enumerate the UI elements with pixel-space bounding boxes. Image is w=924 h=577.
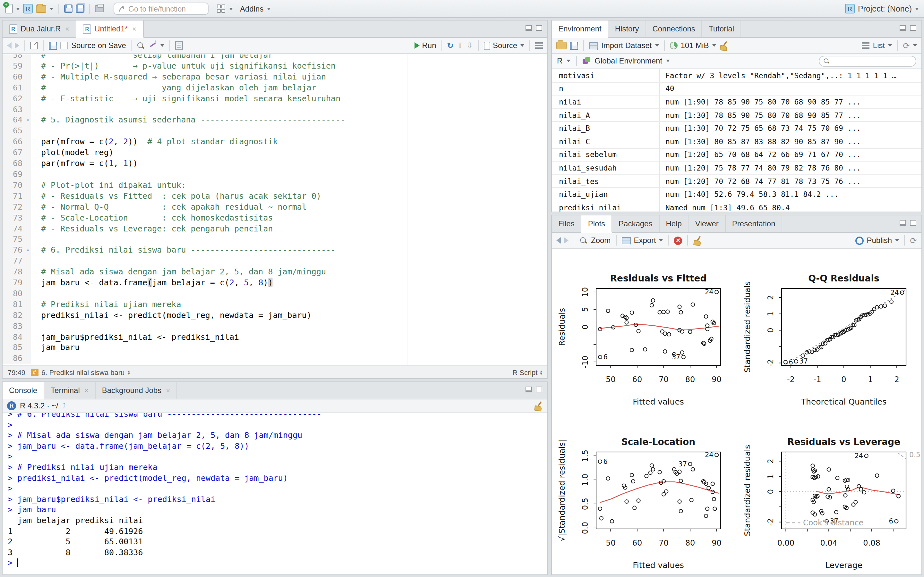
console-output[interactable]: > # 6. Prediksi nilai siswa baru -------… xyxy=(3,413,548,574)
panes-grid-icon[interactable] xyxy=(217,2,226,15)
find-replace-icon[interactable] xyxy=(137,41,145,50)
document-outline-icon[interactable] xyxy=(535,42,543,49)
tab-connections[interactable]: Connections xyxy=(646,21,702,37)
export-plot-icon[interactable] xyxy=(622,237,630,244)
minimize-pane-icon[interactable] xyxy=(525,387,532,392)
zoom-plot-icon[interactable] xyxy=(580,236,588,245)
source-button[interactable]: Source xyxy=(484,41,517,50)
tab-files[interactable]: Files xyxy=(552,215,582,232)
memory-usage-label[interactable]: 101 MiB xyxy=(680,41,709,50)
previous-plot-icon[interactable] xyxy=(556,237,561,243)
memory-caret-icon[interactable] xyxy=(712,44,716,47)
tab-tutorial[interactable]: Tutorial xyxy=(702,21,741,37)
compile-report-icon[interactable] xyxy=(176,41,183,50)
env-var-nilai[interactable]: nilainum [1:90] 78 85 90 75 80 70 68 90 … xyxy=(552,95,921,109)
fold-icon[interactable]: ▾ xyxy=(26,246,29,257)
addins-caret-icon[interactable] xyxy=(267,7,270,10)
language-selector[interactable]: R xyxy=(557,56,562,65)
close-tab-icon[interactable]: × xyxy=(65,25,69,33)
next-chunk-icon[interactable]: ⇩ xyxy=(467,41,473,50)
env-var-nilai_sebelum[interactable]: nilai_sebelumnum [1:20] 65 70 68 64 72 6… xyxy=(552,148,921,161)
env-var-nilai_sesudah[interactable]: nilai_sesudahnum [1:20] 75 78 77 74 80 7… xyxy=(552,161,921,175)
source-caret-icon[interactable] xyxy=(520,44,524,47)
publish-button[interactable]: Publish xyxy=(867,236,892,245)
env-var-prediksi_nilai[interactable]: prediksi_nilaiNamed num [1:3] 49.6 65 80… xyxy=(552,201,921,211)
close-tab-icon[interactable]: × xyxy=(84,387,89,394)
import-caret-icon[interactable] xyxy=(655,44,659,47)
new-file-caret-icon[interactable] xyxy=(16,7,20,10)
source-on-save-checkbox[interactable] xyxy=(60,42,68,49)
remove-plot-icon[interactable]: ✕ xyxy=(674,236,682,245)
refresh-icon[interactable]: ⟳ xyxy=(903,41,910,50)
env-var-nilai_A[interactable]: nilai_Anum [1:30] 78 85 90 75 80 70 68 9… xyxy=(552,109,921,122)
tab-console[interactable]: Console xyxy=(3,382,44,400)
language-caret-icon[interactable] xyxy=(566,60,570,62)
tab-dua-jalur-r[interactable]: RDua Jalur.R× xyxy=(3,21,76,37)
env-var-nilai_tes[interactable]: nilai_tesnum [1:20] 70 72 68 74 77 81 78… xyxy=(552,175,921,188)
import-dataset-icon[interactable] xyxy=(589,42,598,49)
close-tab-icon[interactable]: × xyxy=(166,387,170,394)
tab-environment[interactable]: Environment xyxy=(552,21,609,38)
goto-file-function-box[interactable] xyxy=(113,3,208,15)
maximize-pane-icon[interactable] xyxy=(536,387,542,392)
section-jump-menu[interactable]: # 6. Prediksi nilai siswa baru ▴▾ xyxy=(31,368,130,376)
tab-presentation[interactable]: Presentation xyxy=(726,215,782,232)
console-prompt[interactable]: > xyxy=(8,558,548,569)
fold-icon[interactable]: ▾ xyxy=(26,116,29,127)
open-file-caret-icon[interactable] xyxy=(49,7,53,10)
tab-help[interactable]: Help xyxy=(659,215,688,232)
working-dir-link-icon[interactable]: ⤴ xyxy=(62,402,65,410)
maximize-pane-icon[interactable] xyxy=(910,220,916,226)
clear-environment-icon[interactable] xyxy=(719,41,728,50)
environment-caret-icon[interactable] xyxy=(666,60,670,62)
file-type-menu[interactable]: R Script ▴▾ xyxy=(512,368,542,376)
env-var-n[interactable]: n40 xyxy=(552,82,921,95)
refresh-plot-icon[interactable]: ⟳ xyxy=(910,236,917,245)
refresh-caret-icon[interactable] xyxy=(913,44,917,47)
save-workspace-icon[interactable] xyxy=(570,41,578,50)
save-all-icon[interactable] xyxy=(76,2,84,15)
new-file-icon[interactable]: + xyxy=(5,2,13,15)
env-var-nilai_ujian[interactable]: nilai_ujiannum [1:40] 52.6 79.4 58.3 81.… xyxy=(552,188,921,201)
code-tools-icon[interactable] xyxy=(149,41,158,50)
print-icon[interactable] xyxy=(95,2,104,15)
minimize-pane-icon[interactable] xyxy=(525,25,532,31)
publish-caret-icon[interactable] xyxy=(895,239,899,242)
environment-search-box[interactable] xyxy=(819,55,916,66)
run-button[interactable]: Run xyxy=(415,41,436,50)
forward-icon[interactable] xyxy=(15,42,19,49)
new-project-icon[interactable]: R xyxy=(23,2,33,15)
minimize-pane-icon[interactable] xyxy=(900,220,906,226)
export-caret-icon[interactable] xyxy=(659,239,663,242)
addins-menu[interactable]: Addins xyxy=(240,4,263,13)
goto-input[interactable] xyxy=(128,5,199,13)
open-file-icon[interactable] xyxy=(36,2,46,15)
list-caret-icon[interactable] xyxy=(888,44,892,47)
tab-plots[interactable]: Plots xyxy=(582,215,612,233)
export-button[interactable]: Export xyxy=(634,236,656,245)
load-workspace-icon[interactable] xyxy=(556,42,567,49)
tab-background-jobs[interactable]: Background Jobs× xyxy=(95,382,177,399)
tab-history[interactable]: History xyxy=(609,21,646,37)
close-tab-icon[interactable]: × xyxy=(132,25,136,33)
next-plot-icon[interactable] xyxy=(564,237,569,243)
maximize-pane-icon[interactable] xyxy=(910,25,916,31)
zoom-button[interactable]: Zoom xyxy=(591,236,611,245)
environment-search-input[interactable] xyxy=(826,57,917,65)
env-var-motivasi[interactable]: motivasiFactor w/ 3 levels "Rendah","Sed… xyxy=(552,69,921,82)
tab-untitled1-[interactable]: RUntitled1*× xyxy=(76,21,144,38)
minimize-pane-icon[interactable] xyxy=(900,25,906,31)
clear-console-icon[interactable] xyxy=(534,401,543,410)
rerun-icon[interactable]: ↻ xyxy=(447,41,454,50)
publish-icon[interactable] xyxy=(855,236,863,245)
env-var-nilai_B[interactable]: nilai_Bnum [1:30] 70 72 75 65 68 73 74 7… xyxy=(552,122,921,135)
code-tools-caret-icon[interactable] xyxy=(161,44,165,47)
tab-packages[interactable]: Packages xyxy=(612,215,659,232)
env-var-nilai_C[interactable]: nilai_Cnum [1:30] 80 85 87 83 88 82 90 8… xyxy=(552,135,921,148)
maximize-pane-icon[interactable] xyxy=(536,25,542,31)
panes-caret-icon[interactable] xyxy=(229,7,233,10)
environment-selector[interactable]: Global Environment xyxy=(594,56,662,65)
tab-terminal[interactable]: Terminal× xyxy=(44,382,95,399)
clear-plots-icon[interactable] xyxy=(693,236,702,245)
import-dataset-button[interactable]: Import Dataset xyxy=(601,41,652,50)
